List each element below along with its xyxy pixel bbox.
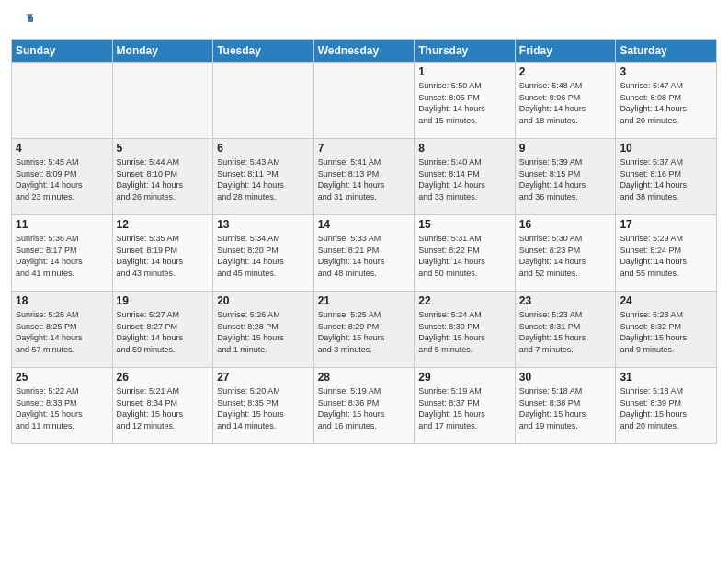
day-number: 1 — [418, 65, 511, 78]
day-info: Sunrise: 5:37 AM Sunset: 8:16 PM Dayligh… — [620, 156, 712, 202]
header — [11, 9, 717, 33]
day-number: 29 — [418, 371, 511, 384]
day-number: 12 — [117, 218, 210, 231]
calendar-cell: 10Sunrise: 5:37 AM Sunset: 8:16 PM Dayli… — [616, 139, 717, 215]
day-info: Sunrise: 5:28 AM Sunset: 8:25 PM Dayligh… — [16, 309, 108, 355]
day-info: Sunrise: 5:40 AM Sunset: 8:14 PM Dayligh… — [418, 156, 511, 202]
day-number: 30 — [519, 371, 612, 384]
calendar-cell — [112, 63, 213, 139]
day-info: Sunrise: 5:29 AM Sunset: 8:24 PM Dayligh… — [620, 233, 712, 279]
day-number: 9 — [519, 142, 612, 155]
day-number: 16 — [519, 218, 612, 231]
day-number: 2 — [519, 65, 612, 78]
day-info: Sunrise: 5:19 AM Sunset: 8:37 PM Dayligh… — [418, 385, 511, 431]
day-info: Sunrise: 5:26 AM Sunset: 8:28 PM Dayligh… — [217, 309, 310, 355]
day-info: Sunrise: 5:36 AM Sunset: 8:17 PM Dayligh… — [16, 233, 108, 279]
calendar-cell: 17Sunrise: 5:29 AM Sunset: 8:24 PM Dayli… — [616, 215, 717, 292]
calendar-cell: 22Sunrise: 5:24 AM Sunset: 8:30 PM Dayli… — [415, 292, 516, 368]
calendar-cell: 14Sunrise: 5:33 AM Sunset: 8:21 PM Dayli… — [313, 215, 415, 292]
day-number: 22 — [418, 294, 511, 307]
day-info: Sunrise: 5:23 AM Sunset: 8:31 PM Dayligh… — [519, 309, 612, 355]
weekday-header-thursday: Thursday — [415, 40, 516, 63]
day-info: Sunrise: 5:48 AM Sunset: 8:06 PM Dayligh… — [519, 80, 612, 126]
calendar-cell — [12, 63, 113, 139]
day-info: Sunrise: 5:23 AM Sunset: 8:32 PM Dayligh… — [620, 309, 712, 355]
calendar-cell: 27Sunrise: 5:20 AM Sunset: 8:35 PM Dayli… — [213, 368, 314, 444]
weekday-header-row: SundayMondayTuesdayWednesdayThursdayFrid… — [12, 40, 717, 63]
day-number: 26 — [117, 371, 210, 384]
day-number: 27 — [217, 371, 310, 384]
calendar-cell: 15Sunrise: 5:31 AM Sunset: 8:22 PM Dayli… — [415, 215, 516, 292]
day-number: 8 — [418, 142, 511, 155]
day-info: Sunrise: 5:22 AM Sunset: 8:33 PM Dayligh… — [16, 385, 108, 431]
day-info: Sunrise: 5:39 AM Sunset: 8:15 PM Dayligh… — [519, 156, 612, 202]
day-info: Sunrise: 5:30 AM Sunset: 8:23 PM Dayligh… — [519, 233, 612, 279]
day-number: 10 — [620, 142, 712, 155]
weekday-header-saturday: Saturday — [616, 40, 717, 63]
svg-marker-1 — [28, 17, 33, 22]
day-number: 5 — [117, 142, 210, 155]
day-info: Sunrise: 5:21 AM Sunset: 8:34 PM Dayligh… — [117, 385, 210, 431]
day-number: 23 — [519, 294, 612, 307]
calendar-cell: 7Sunrise: 5:41 AM Sunset: 8:13 PM Daylig… — [313, 139, 415, 215]
calendar-cell: 6Sunrise: 5:43 AM Sunset: 8:11 PM Daylig… — [213, 139, 314, 215]
day-info: Sunrise: 5:50 AM Sunset: 8:05 PM Dayligh… — [418, 80, 511, 126]
calendar-cell: 2Sunrise: 5:48 AM Sunset: 8:06 PM Daylig… — [515, 63, 616, 139]
day-number: 21 — [318, 294, 411, 307]
calendar-week-3: 11Sunrise: 5:36 AM Sunset: 8:17 PM Dayli… — [12, 215, 717, 292]
weekday-header-tuesday: Tuesday — [213, 40, 314, 63]
calendar-cell: 30Sunrise: 5:18 AM Sunset: 8:38 PM Dayli… — [515, 368, 616, 444]
day-info: Sunrise: 5:19 AM Sunset: 8:36 PM Dayligh… — [318, 385, 411, 431]
calendar-week-5: 25Sunrise: 5:22 AM Sunset: 8:33 PM Dayli… — [12, 368, 717, 444]
calendar-cell: 28Sunrise: 5:19 AM Sunset: 8:36 PM Dayli… — [313, 368, 415, 444]
day-info: Sunrise: 5:18 AM Sunset: 8:39 PM Dayligh… — [620, 385, 712, 431]
calendar-cell: 25Sunrise: 5:22 AM Sunset: 8:33 PM Dayli… — [12, 368, 113, 444]
day-number: 24 — [620, 294, 712, 307]
calendar-cell: 23Sunrise: 5:23 AM Sunset: 8:31 PM Dayli… — [515, 292, 616, 368]
day-number: 4 — [16, 142, 108, 155]
day-number: 18 — [16, 294, 108, 307]
calendar-cell: 5Sunrise: 5:44 AM Sunset: 8:10 PM Daylig… — [112, 139, 213, 215]
calendar-week-2: 4Sunrise: 5:45 AM Sunset: 8:09 PM Daylig… — [12, 139, 717, 215]
day-number: 17 — [620, 218, 712, 231]
calendar-cell: 24Sunrise: 5:23 AM Sunset: 8:32 PM Dayli… — [616, 292, 717, 368]
day-number: 3 — [620, 65, 712, 78]
logo — [11, 9, 33, 33]
day-info: Sunrise: 5:45 AM Sunset: 8:09 PM Dayligh… — [16, 156, 108, 202]
day-info: Sunrise: 5:47 AM Sunset: 8:08 PM Dayligh… — [620, 80, 712, 126]
day-number: 28 — [318, 371, 411, 384]
day-info: Sunrise: 5:33 AM Sunset: 8:21 PM Dayligh… — [318, 233, 411, 279]
calendar-cell: 16Sunrise: 5:30 AM Sunset: 8:23 PM Dayli… — [515, 215, 616, 292]
calendar-cell — [213, 63, 314, 139]
day-info: Sunrise: 5:35 AM Sunset: 8:19 PM Dayligh… — [117, 233, 210, 279]
day-info: Sunrise: 5:44 AM Sunset: 8:10 PM Dayligh… — [117, 156, 210, 202]
calendar-cell: 4Sunrise: 5:45 AM Sunset: 8:09 PM Daylig… — [12, 139, 113, 215]
calendar-cell: 26Sunrise: 5:21 AM Sunset: 8:34 PM Dayli… — [112, 368, 213, 444]
page-container: SundayMondayTuesdayWednesdayThursdayFrid… — [0, 0, 728, 452]
day-number: 13 — [217, 218, 310, 231]
day-number: 6 — [217, 142, 310, 155]
day-number: 31 — [620, 371, 712, 384]
logo-icon — [13, 9, 33, 29]
day-info: Sunrise: 5:31 AM Sunset: 8:22 PM Dayligh… — [418, 233, 511, 279]
weekday-header-sunday: Sunday — [12, 40, 113, 63]
calendar-cell: 12Sunrise: 5:35 AM Sunset: 8:19 PM Dayli… — [112, 215, 213, 292]
day-info: Sunrise: 5:43 AM Sunset: 8:11 PM Dayligh… — [217, 156, 310, 202]
calendar-cell — [313, 63, 415, 139]
calendar-cell: 31Sunrise: 5:18 AM Sunset: 8:39 PM Dayli… — [616, 368, 717, 444]
day-info: Sunrise: 5:41 AM Sunset: 8:13 PM Dayligh… — [318, 156, 411, 202]
day-number: 19 — [117, 294, 210, 307]
day-info: Sunrise: 5:18 AM Sunset: 8:38 PM Dayligh… — [519, 385, 612, 431]
day-info: Sunrise: 5:27 AM Sunset: 8:27 PM Dayligh… — [117, 309, 210, 355]
calendar-cell: 21Sunrise: 5:25 AM Sunset: 8:29 PM Dayli… — [313, 292, 415, 368]
weekday-header-friday: Friday — [515, 40, 616, 63]
weekday-header-wednesday: Wednesday — [313, 40, 415, 63]
calendar-cell: 1Sunrise: 5:50 AM Sunset: 8:05 PM Daylig… — [415, 63, 516, 139]
day-info: Sunrise: 5:25 AM Sunset: 8:29 PM Dayligh… — [318, 309, 411, 355]
calendar-cell: 13Sunrise: 5:34 AM Sunset: 8:20 PM Dayli… — [213, 215, 314, 292]
day-number: 25 — [16, 371, 108, 384]
day-info: Sunrise: 5:20 AM Sunset: 8:35 PM Dayligh… — [217, 385, 310, 431]
day-number: 14 — [318, 218, 411, 231]
calendar-cell: 19Sunrise: 5:27 AM Sunset: 8:27 PM Dayli… — [112, 292, 213, 368]
calendar-week-1: 1Sunrise: 5:50 AM Sunset: 8:05 PM Daylig… — [12, 63, 717, 139]
